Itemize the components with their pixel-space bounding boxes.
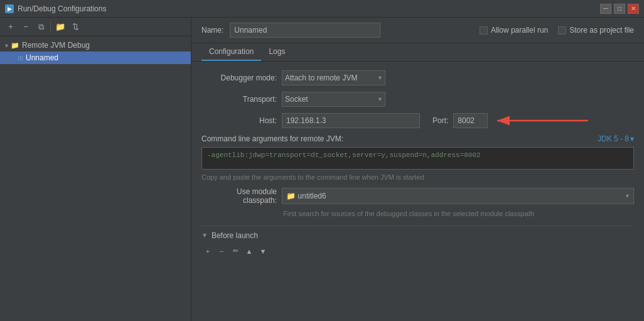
before-launch-up-button[interactable]: ▲ — [243, 245, 255, 258]
name-label: Name: — [201, 26, 223, 35]
module-hint-text: First search for sources of the debugged… — [283, 209, 634, 219]
copy-config-button[interactable]: ⧉ — [34, 20, 48, 34]
debugger-mode-label: Debugger mode: — [201, 73, 277, 82]
allow-parallel-label: Allow parallel run — [491, 26, 548, 35]
collapse-icon[interactable]: ▼ — [201, 232, 208, 239]
module-classpath-row: Use module classpath: 📁 untitled6 ▼ — [201, 187, 634, 205]
left-toolbar: + − ⧉ 📁 ⇅ — [0, 18, 191, 36]
transport-select[interactable]: Socket Shared memory — [282, 92, 385, 107]
cmd-hint-text: Copy and paste the arguments to the comm… — [201, 173, 634, 181]
top-bar: Name: Allow parallel run Store as projec… — [191, 18, 644, 43]
cmd-title: Command line arguments for remote JVM: — [201, 134, 343, 143]
host-label: Host: — [201, 116, 277, 125]
close-button[interactable]: ✕ — [628, 4, 639, 14]
sort-button[interactable]: ⇅ — [68, 20, 82, 34]
transport-row: Transport: Socket Shared memory ▼ — [201, 92, 634, 107]
debugger-mode-row: Debugger mode: Attach to remote JVM List… — [201, 70, 634, 85]
tree-parent-item[interactable]: ▾ 📁 Remote JVM Debug — [0, 39, 191, 52]
tree-child-item[interactable]: ⊞ Unnamed — [0, 52, 191, 64]
store-project-checkbox[interactable]: Store as project file — [558, 26, 634, 35]
tab-configuration[interactable]: Configuration — [201, 43, 261, 61]
checkbox-area: Allow parallel run Store as project file — [480, 26, 634, 35]
host-port-row: Host: Port: — [201, 113, 634, 128]
before-launch-remove-button[interactable]: − — [215, 245, 228, 258]
minimize-button[interactable]: ─ — [600, 4, 611, 14]
debugger-mode-select[interactable]: Attach to remote JVM Listen to remote JV… — [282, 70, 385, 85]
before-launch-header: ▼ Before launch — [201, 231, 634, 240]
store-project-cb-box[interactable] — [558, 26, 566, 35]
titlebar: ▶ Run/Debug Configurations ─ □ ✕ — [0, 0, 644, 18]
config-icon: ⊞ — [18, 54, 23, 62]
app-icon: ▶ — [5, 4, 14, 13]
transport-label: Transport: — [201, 95, 277, 104]
debugger-mode-select-wrapper: Attach to remote JVM Listen to remote JV… — [282, 70, 385, 85]
cmd-arguments-box: -agentlib:jdwp=transport=dt_socket,serve… — [201, 147, 634, 170]
before-launch-title: Before launch — [212, 231, 258, 240]
allow-parallel-cb-box[interactable] — [480, 26, 488, 35]
before-launch-section: ▼ Before launch + − ✏ ▲ ▼ — [201, 226, 634, 258]
maximize-button[interactable]: □ — [614, 4, 625, 14]
tabs-bar: Configuration Logs — [191, 43, 644, 62]
cmd-arguments-text: -agentlib:jdwp=transport=dt_socket,serve… — [207, 151, 481, 159]
tree-toggle-icon: ▾ — [5, 42, 8, 49]
folder-icon: 📁 — [11, 41, 19, 50]
config-tree: ▾ 📁 Remote JVM Debug ⊞ Unnamed — [0, 36, 191, 321]
name-input[interactable] — [230, 23, 380, 38]
left-panel: + − ⧉ 📁 ⇅ ▾ 📁 Remote JVM Debug ⊞ Unnamed — [0, 18, 191, 321]
store-project-label: Store as project file — [569, 26, 634, 35]
before-launch-add-button[interactable]: + — [201, 245, 214, 258]
before-launch-down-button[interactable]: ▼ — [257, 245, 269, 258]
config-content: Debugger mode: Attach to remote JVM List… — [191, 62, 644, 321]
cmd-header: Command line arguments for remote JVM: J… — [201, 134, 634, 143]
tab-logs[interactable]: Logs — [261, 43, 292, 61]
add-config-button[interactable]: + — [4, 20, 18, 34]
tree-parent-label: Remote JVM Debug — [22, 41, 90, 50]
chevron-down-icon: ▾ — [630, 134, 634, 143]
cmd-section: Command line arguments for remote JVM: J… — [201, 134, 634, 181]
transport-select-wrapper: Socket Shared memory ▼ — [282, 92, 385, 107]
debugger-mode-wrapper: Attach to remote JVM Listen to remote JV… — [282, 70, 385, 85]
window-controls: ─ □ ✕ — [600, 4, 639, 14]
main-layout: + − ⧉ 📁 ⇅ ▾ 📁 Remote JVM Debug ⊞ Unnamed… — [0, 18, 644, 321]
before-launch-toolbar: + − ✏ ▲ ▼ — [201, 245, 634, 258]
port-input[interactable] — [453, 113, 488, 128]
folder-button[interactable]: 📁 — [53, 20, 67, 34]
allow-parallel-checkbox[interactable]: Allow parallel run — [480, 26, 548, 35]
port-label: Port: — [432, 116, 448, 125]
toolbar-separator — [50, 22, 51, 32]
before-launch-edit-button[interactable]: ✏ — [229, 245, 242, 258]
module-label: Use module classpath: — [201, 187, 277, 205]
window-title: Run/Debug Configurations — [18, 4, 106, 13]
right-panel: Name: Allow parallel run Store as projec… — [191, 18, 644, 321]
jdk-link[interactable]: JDK 5 - 8 ▾ — [598, 134, 634, 143]
module-classpath-select[interactable]: 📁 untitled6 — [282, 188, 634, 204]
tree-child-label: Unnamed — [26, 53, 58, 62]
port-wrapper — [453, 113, 488, 128]
module-select-wrapper: 📁 untitled6 ▼ — [282, 188, 634, 204]
remove-config-button[interactable]: − — [19, 20, 33, 34]
host-input[interactable] — [282, 113, 420, 128]
red-arrow-indicator — [491, 111, 591, 130]
